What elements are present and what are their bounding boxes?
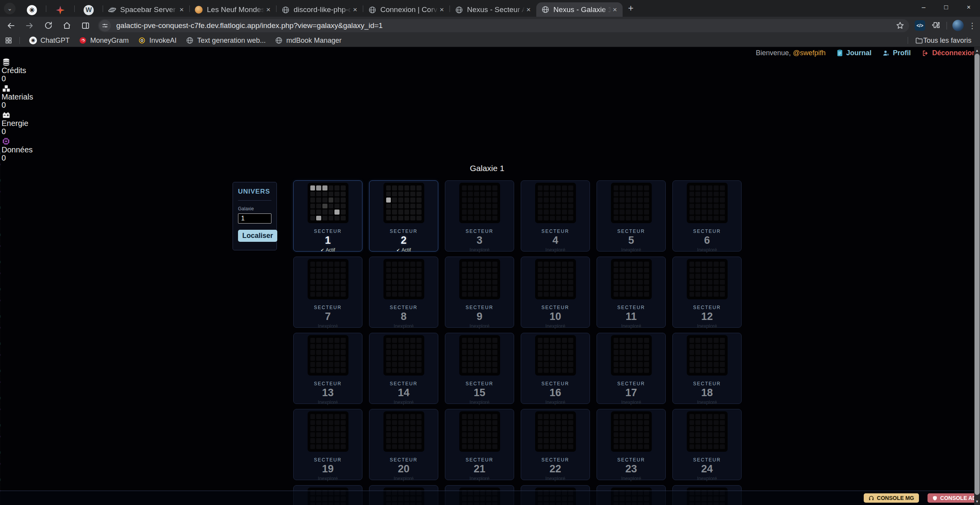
sector-card[interactable]: SECTEUR 13 Inexploré [293, 333, 362, 404]
journal-link[interactable]: Journal [836, 49, 872, 57]
pinned-tab-chatgpt[interactable]: ✳ [18, 3, 46, 17]
tab-nexus-secteur-alpha[interactable]: Nexus - Secteur Alpha [G1] × [450, 3, 536, 17]
pinned-tab-wordpress[interactable]: W [75, 3, 103, 17]
minimap-cell [614, 197, 619, 203]
sector-card[interactable]: SECTEUR 18 Inexploré [672, 333, 742, 404]
minimap-cell [714, 444, 719, 449]
tab-connexion-corvara[interactable]: Connexion | Corvara × [363, 3, 450, 17]
minimap-cell [474, 362, 479, 367]
page-scrollbar[interactable]: ▲ ▼ [974, 47, 980, 505]
bookmark-star-icon[interactable] [896, 21, 905, 30]
sector-status-label: Inexploré [545, 323, 565, 329]
minimap-cell [562, 286, 567, 291]
minimap-cell [556, 444, 561, 449]
sector-card[interactable]: SECTEUR 7 Inexploré [293, 257, 362, 328]
console-mg-button[interactable]: CONSOLE MG [864, 493, 919, 503]
sector-card[interactable]: SECTEUR 8 Inexploré [369, 257, 438, 328]
galaxie-input[interactable] [238, 213, 271, 224]
url-text[interactable]: galactic-pve-conquest-c7fe.dev.flatlogic… [116, 21, 383, 30]
minimap-cell [538, 192, 543, 197]
sector-status: Inexploré [597, 400, 665, 405]
side-panel-icon[interactable] [78, 18, 93, 33]
tab-title: Connexion | Corvara [380, 5, 438, 14]
back-button[interactable] [3, 18, 19, 33]
extension-icon[interactable]: </> [915, 20, 925, 31]
minimap-cell [486, 185, 491, 190]
minimap-cell [404, 414, 410, 419]
sector-card[interactable]: SECTEUR 23 Inexploré [597, 409, 666, 480]
tab-discord-like-chat[interactable]: discord-like-php-chat-7262.dev × [276, 3, 363, 17]
tab-search-button[interactable]: ⌄ [4, 3, 16, 14]
scroll-down-arrow[interactable]: ▼ [974, 498, 980, 505]
close-icon[interactable]: × [264, 5, 272, 14]
close-window-button[interactable]: × [957, 0, 980, 15]
pinned-tab-gemini[interactable] [46, 3, 74, 17]
logout-link[interactable]: Déconnexion [922, 49, 976, 57]
minimap-cell [714, 338, 719, 343]
bookmark-invokeai[interactable]: InvokeAI [138, 37, 177, 45]
sector-card[interactable]: SECTEUR 11 Inexploré [597, 257, 666, 328]
close-icon[interactable]: × [178, 5, 186, 14]
sector-card[interactable]: SECTEUR 9 Inexploré [445, 257, 514, 328]
browser-menu-icon[interactable]: ⋮ [968, 21, 976, 30]
close-icon[interactable]: × [525, 5, 532, 14]
site-settings-icon[interactable] [99, 20, 111, 31]
scrollbar-thumb[interactable] [975, 54, 980, 495]
minimap-cell [714, 426, 719, 431]
minimap-cell [556, 292, 561, 297]
sector-card[interactable]: SECTEUR 21 Inexploré [445, 409, 514, 480]
maximize-button[interactable]: □ [935, 0, 957, 15]
sector-card[interactable]: SECTEUR 1 ✔Actif [293, 180, 362, 252]
close-icon[interactable]: × [351, 5, 359, 14]
sector-card[interactable]: SECTEUR 2 ✔Actif [369, 180, 438, 252]
minimap-cell [556, 216, 561, 221]
apps-grid-icon[interactable] [5, 37, 12, 44]
reload-button[interactable] [40, 18, 56, 33]
minimap-cell [392, 262, 397, 267]
home-button[interactable] [59, 18, 75, 33]
extensions-puzzle-icon[interactable] [931, 21, 941, 30]
minimap-cell [322, 362, 327, 367]
minimap-cell [386, 262, 391, 267]
sector-card[interactable]: SECTEUR 19 Inexploré [293, 409, 362, 480]
sector-card[interactable]: SECTEUR 12 Inexploré [672, 257, 742, 328]
sector-card[interactable]: SECTEUR 4 Inexploré [521, 180, 590, 252]
scroll-up-arrow[interactable]: ▲ [974, 47, 980, 54]
bookmark-moneygram[interactable]: MoneyGram [79, 37, 129, 45]
bookmark-mdbook-manager[interactable]: mdBook Manager [275, 37, 341, 45]
new-tab-button[interactable]: + [625, 2, 637, 14]
minimap-cell [708, 432, 713, 437]
sector-card[interactable]: SECTEUR 3 Inexploré [445, 180, 514, 252]
sector-card[interactable]: SECTEUR 20 Inexploré [369, 409, 438, 480]
minimap-cell [322, 280, 327, 285]
minimize-button[interactable]: – [912, 0, 935, 15]
sector-status-label: Inexploré [545, 476, 565, 481]
minimap-cell [638, 356, 643, 361]
tab-spacebar-server[interactable]: Spacebar Server × [103, 3, 189, 17]
bookmark-chatgpt[interactable]: ✳ ChatGPT [29, 37, 70, 45]
sector-minimap [459, 411, 500, 452]
localiser-button[interactable]: Localiser [238, 230, 277, 242]
sector-card[interactable]: SECTEUR 15 Inexploré [445, 333, 514, 404]
forward-button[interactable] [22, 18, 37, 33]
console-adm-button[interactable]: CONSOLE ADMIN [928, 493, 980, 503]
address-bar[interactable]: galactic-pve-conquest-c7fe.dev.flatlogic… [98, 19, 909, 32]
sector-card[interactable]: SECTEUR 10 Inexploré [521, 257, 590, 328]
sector-status-label: Inexploré [318, 323, 338, 329]
sector-card[interactable]: SECTEUR 6 Inexploré [672, 180, 742, 252]
close-icon[interactable]: × [611, 5, 619, 14]
bookmark-text-generation[interactable]: Text generation web... [186, 37, 266, 45]
tab-les-neuf-mondes[interactable]: Les Neuf Mondes de la Mytholo × [190, 3, 276, 17]
sector-card[interactable]: SECTEUR 24 Inexploré [672, 409, 742, 480]
minimap-cell [329, 368, 334, 373]
close-icon[interactable]: × [438, 5, 446, 14]
sector-card[interactable]: SECTEUR 22 Inexploré [521, 409, 590, 480]
sector-card[interactable]: SECTEUR 5 Inexploré [597, 180, 666, 252]
sector-card[interactable]: SECTEUR 17 Inexploré [597, 333, 666, 404]
profil-link[interactable]: Profil [882, 49, 911, 57]
all-bookmarks-button[interactable]: Tous les favoris [908, 37, 971, 45]
sector-card[interactable]: SECTEUR 16 Inexploré [521, 333, 590, 404]
tab-nexus-galaxie-1[interactable]: Nexus - Galaxie 1 × [536, 2, 623, 17]
profile-avatar[interactable] [952, 20, 964, 31]
sector-card[interactable]: SECTEUR 14 Inexploré [369, 333, 438, 404]
